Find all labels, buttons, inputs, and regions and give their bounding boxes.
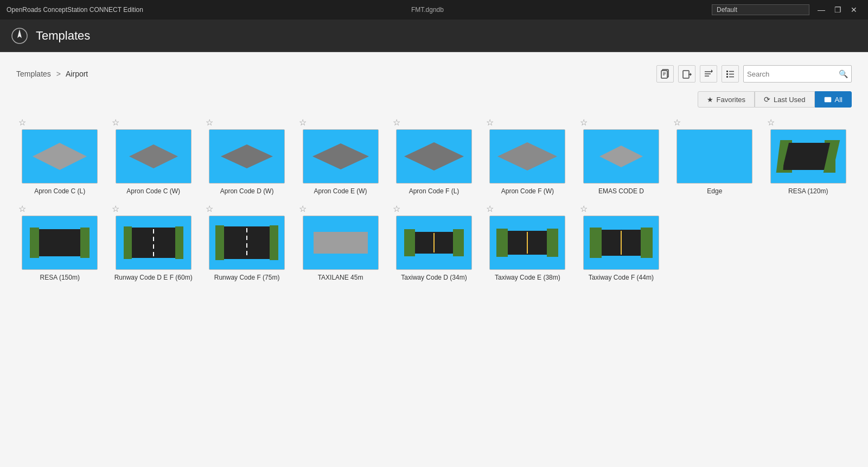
favorite-star-apron-f-w[interactable]: ☆: [486, 118, 494, 127]
svg-marker-73: [590, 228, 602, 258]
template-label-apron-c-l: Apron Code C (L): [34, 187, 85, 196]
svg-rect-36: [682, 135, 747, 178]
filter-all-button[interactable]: All: [815, 91, 852, 108]
list-view-button[interactable]: [722, 65, 739, 83]
template-item-apron-f-l[interactable]: ☆ Apron Code F (L): [391, 118, 477, 196]
svg-marker-52: [175, 226, 183, 259]
copy-template-button[interactable]: [656, 65, 674, 83]
template-item-taxiway-d-34[interactable]: ☆ Taxiway Code D (34m): [391, 205, 477, 282]
favorite-star-apron-c-l[interactable]: ☆: [18, 118, 26, 127]
favorite-star-edge[interactable]: ☆: [673, 118, 681, 127]
filter-last-used-button[interactable]: ⟳ Last Used: [755, 91, 815, 108]
svg-marker-56: [215, 225, 224, 260]
favorite-star-apron-f-l[interactable]: ☆: [393, 118, 400, 127]
template-label-runway-def-60: Runway Code D E F (60m): [114, 273, 193, 282]
favorite-star-apron-c-w[interactable]: ☆: [112, 118, 119, 127]
import-icon: [682, 69, 692, 79]
favorite-star-apron-d-w[interactable]: ☆: [206, 118, 213, 127]
svg-rect-7: [683, 71, 689, 78]
svg-rect-3: [661, 71, 667, 78]
breadcrumb: Templates > Airport: [16, 70, 88, 78]
template-thumb-apron-d-w: [209, 129, 285, 184]
window-controls: — ❐ ✕: [814, 2, 861, 17]
svg-rect-14: [726, 71, 728, 72]
favorite-star-apron-e-w[interactable]: ☆: [299, 118, 307, 127]
template-item-taxiway-e-38[interactable]: ☆ Taxiway Code E (38m): [484, 205, 571, 282]
template-label-taxiway-e-38: Taxiway Code E (38m): [495, 273, 560, 282]
template-thumb-apron-e-w: [303, 129, 379, 184]
favorite-star-runway-def-60[interactable]: ☆: [112, 205, 119, 213]
template-label-apron-d-w: Apron Code D (W): [220, 187, 274, 196]
template-thumb-taxiway-d-34: [396, 216, 472, 270]
last-used-clock-icon: ⟳: [764, 95, 770, 104]
sort-icon: [704, 69, 713, 79]
template-thumb-taxiway-f-44: [583, 216, 659, 270]
profile-dropdown[interactable]: Default: [712, 4, 809, 15]
template-item-runway-def-60[interactable]: ☆ Runway Code D E F (60m): [110, 205, 196, 282]
breadcrumb-root[interactable]: Templates: [16, 70, 51, 78]
svg-marker-46: [33, 229, 87, 256]
template-item-apron-c-w[interactable]: ☆ Apron Code C (W): [110, 118, 196, 196]
list-view-icon: [725, 69, 735, 79]
search-box: 🔍: [743, 65, 852, 83]
filter-last-used-label: Last Used: [774, 96, 806, 104]
sort-button[interactable]: [700, 65, 717, 83]
template-label-edge: Edge: [707, 187, 722, 196]
template-label-apron-e-w: Apron Code E (W): [314, 187, 367, 196]
template-label-apron-f-l: Apron Code F (L): [409, 187, 459, 196]
favorite-star-taxiway-e-38[interactable]: ☆: [486, 205, 494, 213]
template-thumb-resa-150: [22, 216, 98, 270]
filter-favorites-button[interactable]: ★ Favorites: [698, 91, 755, 108]
favorite-star-resa-150[interactable]: ☆: [18, 205, 26, 213]
app-title: Templates: [36, 29, 90, 43]
template-label-taxilane-45: TAXILANE 45m: [318, 273, 363, 282]
breadcrumb-separator: >: [56, 70, 61, 78]
restore-button[interactable]: ❐: [830, 2, 845, 17]
template-item-apron-d-w[interactable]: ☆ Apron Code D (W): [203, 118, 290, 196]
import-template-button[interactable]: [678, 65, 695, 83]
template-label-emas-d: EMAS CODE D: [598, 187, 644, 196]
favorite-star-taxilane-45[interactable]: ☆: [299, 205, 307, 213]
favorite-star-taxiway-d-34[interactable]: ☆: [393, 205, 400, 213]
app-header: Templates: [0, 20, 868, 52]
template-thumb-runway-f-75: [209, 216, 285, 270]
template-thumb-runway-def-60: [116, 216, 192, 270]
search-input[interactable]: [747, 70, 839, 78]
svg-marker-64: [453, 229, 464, 256]
favorites-star-icon: ★: [707, 96, 713, 104]
svg-marker-69: [547, 229, 558, 257]
svg-marker-63: [404, 229, 415, 256]
template-thumb-emas-d: [583, 129, 659, 184]
favorite-star-taxiway-f-44[interactable]: ☆: [580, 205, 588, 213]
template-item-apron-f-w[interactable]: ☆ Apron Code F (W): [484, 118, 571, 196]
favorite-star-runway-f-75[interactable]: ☆: [206, 205, 213, 213]
app-name-label: OpenRoads ConceptStation CONNECT Edition: [7, 6, 143, 14]
minimize-button[interactable]: —: [814, 2, 829, 17]
svg-rect-18: [726, 76, 728, 78]
template-label-runway-f-75: Runway Code F (75m): [214, 273, 280, 282]
logo-icon: [11, 27, 28, 45]
template-item-resa-120[interactable]: ☆ RESA (120m): [765, 118, 852, 196]
search-icon[interactable]: 🔍: [839, 70, 848, 78]
template-item-apron-e-w[interactable]: ☆ Apron Code E (W): [297, 118, 384, 196]
template-thumb-taxilane-45: [303, 216, 379, 270]
template-item-runway-f-75[interactable]: ☆ Runway Code F (75m): [203, 205, 290, 282]
filter-tabs: ★ Favorites ⟳ Last Used All: [16, 91, 852, 108]
template-item-resa-150[interactable]: ☆ RESA (150m): [16, 205, 103, 282]
file-name-label: FMT.dgndb: [411, 6, 444, 14]
copy-template-icon: [660, 69, 670, 79]
favorite-star-resa-120[interactable]: ☆: [767, 118, 775, 127]
template-label-taxiway-f-44: Taxiway Code F (44m): [589, 273, 654, 282]
template-item-taxiway-f-44[interactable]: ☆ Taxiway Code F (44m): [578, 205, 665, 282]
template-thumb-apron-c-l: [22, 129, 98, 184]
template-item-apron-c-l[interactable]: ☆ Apron Code C (L): [16, 118, 103, 196]
favorite-star-emas-d[interactable]: ☆: [580, 118, 588, 127]
template-item-taxilane-45[interactable]: ☆ TAXILANE 45m: [297, 205, 384, 282]
template-grid-row2: ☆ RESA (150m) ☆: [16, 205, 852, 282]
template-item-emas-d[interactable]: ☆ EMAS CODE D: [578, 118, 665, 196]
close-button[interactable]: ✕: [846, 2, 861, 17]
svg-rect-21: [825, 98, 827, 99]
template-label-apron-f-w: Apron Code F (W): [501, 187, 554, 196]
title-bar-left: OpenRoads ConceptStation CONNECT Edition: [7, 6, 143, 14]
template-item-edge[interactable]: ☆ Edge: [671, 118, 758, 196]
